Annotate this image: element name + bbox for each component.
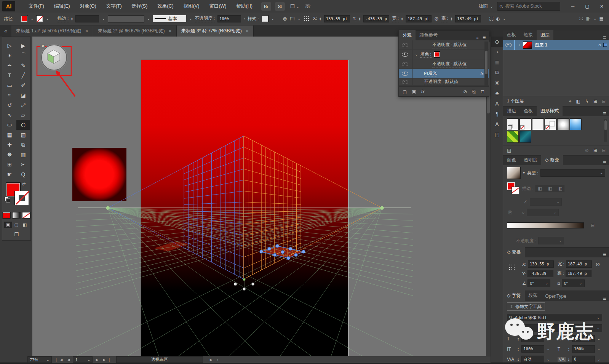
tab-color[interactable]: 颜色 xyxy=(503,155,520,165)
tab-links[interactable]: 链接 xyxy=(520,30,537,40)
add-effect-icon[interactable]: fx xyxy=(421,89,425,94)
chevron-down-icon[interactable]: ⌄ xyxy=(30,17,34,21)
layer-row[interactable]: ⌄ 图层 1 ○ xyxy=(503,40,609,50)
panel-menu-icon[interactable]: ≣ xyxy=(599,16,604,22)
style-item[interactable] xyxy=(507,131,519,143)
transform-icon[interactable]: ⛶ xyxy=(489,16,493,22)
pen-tool[interactable]: ✒ xyxy=(3,61,16,70)
color-button[interactable] xyxy=(2,212,11,219)
gradient-slider[interactable] xyxy=(507,222,584,228)
eyedropper-tool[interactable]: ✚ xyxy=(3,140,16,150)
menu-item[interactable]: 视图(V) xyxy=(179,0,205,13)
aspect-ratio-select[interactable]: ⌄ xyxy=(527,209,559,216)
hand-tool[interactable]: ☛ xyxy=(3,169,16,179)
tab-appearance[interactable]: 外观 xyxy=(399,30,416,40)
appearance-row-fill[interactable]: ⌄ 填色 : xyxy=(399,50,489,59)
horizontal-scale-field[interactable]: 100% xyxy=(572,345,595,353)
line-segment-tool[interactable]: ╱ xyxy=(16,70,30,80)
stroke-gradient-buttons[interactable]: ◧◧◧ xyxy=(535,185,564,192)
tab-character[interactable]: ◇ 字符 xyxy=(503,291,525,301)
vscale-stepper[interactable]: ▴▾ xyxy=(518,347,519,351)
shaper-tool[interactable]: ≈ xyxy=(3,90,16,100)
height-field[interactable]: 187.49 pt xyxy=(455,15,481,22)
chevron-down-icon[interactable]: ⌄ xyxy=(593,17,596,21)
new-sublayer-icon[interactable]: ↳ xyxy=(585,99,589,104)
selection-tool[interactable]: ▷ xyxy=(3,41,16,51)
pathfinder-panel-icon[interactable]: ⧉ xyxy=(491,67,503,78)
chevron-down-icon[interactable]: ⌄ xyxy=(189,17,192,21)
paragraph-styles-panel-icon[interactable]: ¶ xyxy=(491,109,503,119)
fx-icon[interactable]: fx xyxy=(480,71,484,76)
brushes-panel-icon[interactable]: ♣ xyxy=(491,88,503,98)
chevron-down-icon[interactable]: ⌄ xyxy=(102,17,105,21)
gradient-panel-icon[interactable]: ◔ xyxy=(491,47,503,57)
bridge-button[interactable]: Br xyxy=(261,2,271,11)
chevron-down-icon[interactable]: ⌄ xyxy=(547,358,550,361)
visibility-eye-icon[interactable] xyxy=(402,43,408,47)
stroke-none-swatch[interactable] xyxy=(511,187,519,194)
stroke-weight-label[interactable]: 描边 : xyxy=(58,16,69,22)
curvature-tool[interactable]: ✎ xyxy=(16,61,30,70)
tab-stroke[interactable]: 描边 xyxy=(503,106,520,116)
locate-object-icon[interactable]: ⌖ xyxy=(569,99,572,104)
panel-menu-icon[interactable]: ≣ xyxy=(603,296,606,301)
stroke-weight-field[interactable] xyxy=(75,15,99,22)
width-stepper[interactable]: ▴▾ xyxy=(401,17,403,21)
rotate-select[interactable]: 0°⌄ xyxy=(527,279,550,287)
next-artboard-icon[interactable]: ▶ xyxy=(94,358,100,362)
style-item[interactable] xyxy=(532,118,544,130)
style-swatch[interactable] xyxy=(262,15,269,22)
status-collapse-icon[interactable]: ‹ xyxy=(216,358,220,362)
shape-builder-tool[interactable]: ⬭ xyxy=(3,120,16,130)
document-tab[interactable]: 未标题-3* @ 77% (RGB/预览) ✕ xyxy=(177,26,254,37)
opacity-label[interactable]: 不透明度 : xyxy=(195,16,215,22)
visibility-eye-icon[interactable] xyxy=(402,80,408,84)
shear-icon[interactable]: ⬖ xyxy=(496,16,500,22)
hscale-stepper[interactable]: ▴▾ xyxy=(568,347,569,351)
duplicate-item-icon[interactable]: ⎘ xyxy=(472,89,476,94)
tab-opentype[interactable]: OpenType xyxy=(542,292,570,301)
add-fill-icon[interactable]: ▣ xyxy=(412,89,416,94)
tab-graphic-styles[interactable]: 图形样式 xyxy=(537,106,563,116)
maximize-button[interactable]: ▢ xyxy=(580,2,595,11)
first-artboard-icon[interactable]: ❘◀ xyxy=(53,358,64,362)
app-logo-icon[interactable]: Ai xyxy=(2,1,15,11)
leading-stepper[interactable]: ▴▾ xyxy=(568,337,569,341)
font-style-select[interactable]: - ⌄ xyxy=(507,324,602,332)
panel-expand-icon[interactable]: » xyxy=(476,35,479,40)
export-panel-icon[interactable]: ◳ xyxy=(491,129,503,139)
constrain-link-icon[interactable]: ⊘ xyxy=(434,16,439,22)
clear-appearance-icon[interactable]: ⊘ xyxy=(463,89,467,94)
chevron-down-icon[interactable]: ⌄ xyxy=(46,17,49,21)
delete-item-icon[interactable]: ⊟ xyxy=(481,89,484,94)
magic-wand-tool[interactable]: ✶ xyxy=(3,51,16,61)
y-stepper[interactable]: ▴▾ xyxy=(359,17,360,21)
gradient-thumbnail[interactable] xyxy=(507,167,521,179)
appearance-row[interactable]: 不透明度 : 默认值 xyxy=(399,40,489,50)
chevron-down-icon[interactable]: ⌄ xyxy=(297,17,301,21)
panel-scrollbar[interactable] xyxy=(484,42,488,86)
swap-fill-stroke-icon[interactable]: ⇄ xyxy=(22,182,26,187)
panel-menu-icon[interactable]: ≣ xyxy=(603,35,606,40)
tab-transparency[interactable]: 透明度 xyxy=(520,155,541,165)
panel-scrollbar[interactable] xyxy=(604,119,607,142)
screen-mode-button[interactable]: ❐ xyxy=(2,231,30,237)
eraser-tool[interactable]: ◪ xyxy=(16,90,30,100)
align-panel-icon[interactable]: ≣ xyxy=(491,57,503,67)
chevron-down-icon[interactable]: ▾ xyxy=(523,171,525,175)
y-field[interactable]: -436.39 xyxy=(527,270,553,277)
x-field[interactable]: 139.55 pt xyxy=(324,15,350,22)
x-stepper[interactable]: ▴▾ xyxy=(320,17,321,21)
add-stroke-icon[interactable]: ▢ xyxy=(403,89,407,94)
reference-point-grid[interactable] xyxy=(509,265,510,265)
menu-item[interactable]: 文字(T) xyxy=(101,0,127,13)
stroke-stepper[interactable]: ▴▾ xyxy=(71,17,72,21)
kerning-field[interactable]: 自动 xyxy=(521,356,544,363)
artboard-tool[interactable]: ⊞ xyxy=(3,160,16,169)
last-artboard-icon[interactable]: ▶❘ xyxy=(101,358,112,362)
size-stepper[interactable]: ▴▾ xyxy=(518,337,519,341)
width-tool[interactable]: ∿ xyxy=(3,110,16,120)
tab-transform[interactable]: ◇ 变换 xyxy=(503,247,525,257)
tab-close-icon[interactable]: ✕ xyxy=(246,29,249,33)
tab-swatches[interactable]: 色板 xyxy=(520,106,537,116)
